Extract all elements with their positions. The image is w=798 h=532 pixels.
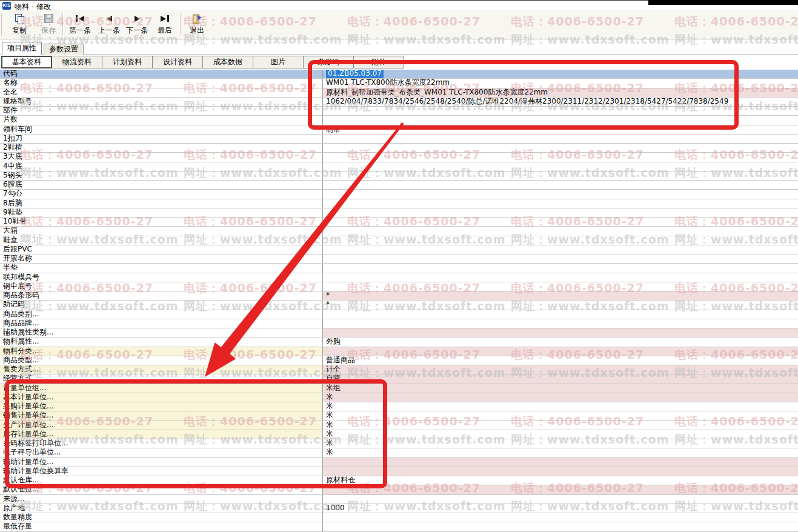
tab-item-properties[interactable]: 项目属性 [2,42,42,55]
subtab-design[interactable]: 设计资料 [152,56,203,68]
row-value[interactable] [323,328,798,337]
previous-record-button[interactable]: 上一条 [95,12,123,37]
row-value[interactable]: 制帮 [323,125,798,134]
row-value[interactable] [323,135,798,143]
row-value[interactable] [323,236,798,245]
row-label: 最低存量 [0,522,323,531]
row-value[interactable]: 1062/004/7833/7834/2546/2548/2540/陈总/诺唯2… [323,98,798,106]
row-value[interactable]: 米组 [323,384,798,393]
grid-row: 后跟PVC [0,245,798,254]
tab-baseline [0,54,798,55]
row-value[interactable]: 外购 [323,337,798,346]
row-label: 商品类别... [0,310,323,319]
row-value[interactable] [323,227,798,235]
copy-button[interactable]: 复制 [5,12,33,37]
row-value[interactable] [323,319,798,328]
row-label: 来源... [0,495,323,504]
grid-row: 领料车间制帮 [0,125,798,135]
grid-row: 10鞋带 [0,218,798,227]
row-label: 半垫 [0,264,323,272]
row-value[interactable] [323,107,798,115]
grid-row: 数量精度 [0,513,798,522]
next-record-button[interactable]: 下一条 [123,12,151,37]
row-value[interactable] [323,485,798,494]
row-value[interactable] [323,245,798,254]
row-value[interactable]: 米 [323,421,798,430]
row-value[interactable]: 自营 [323,374,798,383]
row-value[interactable] [323,162,798,171]
row-label: 助记码 [0,301,323,309]
row-value[interactable] [323,522,798,531]
row-value[interactable] [323,153,798,161]
toolbar: 复制 保存 第一条 上一条 下一条 最后 退出 [0,10,798,39]
subtab-barcode[interactable]: 条形码 [303,56,354,68]
subtab-planning[interactable]: 计划资料 [102,56,153,68]
row-label: 条码标签打印单位... [0,439,323,448]
row-value[interactable]: 米 [323,411,798,420]
row-value[interactable]: 原材料仓 [323,476,798,485]
row-value[interactable] [323,458,798,467]
exit-button[interactable]: 退出 [183,12,211,37]
row-value[interactable] [323,144,798,152]
row-value[interactable] [323,282,798,291]
grid-row: 来源... [0,495,798,504]
row-value[interactable] [323,218,798,226]
subtab-picture[interactable]: 图片 [253,56,304,68]
row-label: 鞋盒 [0,236,323,245]
row-value[interactable] [323,513,798,522]
row-value[interactable] [323,264,798,272]
copy-icon [15,13,24,24]
row-value[interactable] [323,208,798,217]
grid-row: 默认仓库...原材料仓 [0,476,798,485]
row-label: 基本计量单位... [0,393,323,402]
row-value[interactable]: WM01 TLC-TX800防水条宽度22mm [323,79,798,87]
grid-row: 商品类别... [0,310,798,319]
first-record-icon [76,13,84,24]
last-record-button[interactable]: 最后 [151,12,179,37]
row-value[interactable] [323,495,798,504]
grid-row: 库存计量单位...米 [0,430,798,439]
row-value[interactable]: 原材料_制帮加强带类_布条类_WM01 TLC-TX800防水条宽度22mm [323,88,798,97]
row-label: 原产地 [0,504,323,513]
row-value[interactable] [323,254,798,263]
row-value[interactable] [323,171,798,180]
grid-row: 原产地1000 [0,504,798,513]
grid-row: 助记码* [0,301,798,310]
row-value[interactable] [323,347,798,356]
row-label: 大箱 [0,227,323,235]
row-value[interactable]: 计个 [323,365,798,374]
row-value[interactable] [323,273,798,282]
row-value[interactable]: 米 [323,430,798,439]
row-value[interactable]: * [323,301,798,309]
first-record-button[interactable]: 第一条 [66,12,94,37]
subtab-cost[interactable]: 成本数据 [202,56,253,68]
row-label: 代码 [0,70,323,78]
subtab-basic[interactable]: 基本资料 [1,56,52,68]
subtab-attachment[interactable]: 附件 [353,56,404,68]
row-value[interactable]: 01.ZB05.03.07 [323,70,798,78]
row-value[interactable]: 米 [323,439,798,448]
row-label: 商品类型... [0,356,323,365]
row-value[interactable]: 普通商品 [323,356,798,365]
save-button[interactable]: 保存 [35,12,62,37]
row-value[interactable] [323,467,798,476]
row-value[interactable] [323,310,798,319]
row-value[interactable]: * [323,291,798,300]
grid-row: 片数 [0,116,798,125]
row-value[interactable] [323,181,798,189]
row-label: 片数 [0,116,323,124]
row-value[interactable]: 米 [323,448,798,457]
tab-parameter-settings[interactable]: 参数设置 [44,44,84,55]
row-value[interactable] [323,190,798,198]
row-value[interactable]: 1000 [323,504,798,513]
screen-top-black-strip [648,0,798,5]
row-value[interactable]: 米 [323,402,798,411]
row-value[interactable] [323,199,798,208]
row-label: 9鞋垫 [0,208,323,217]
row-value[interactable] [323,116,798,124]
row-value[interactable]: 米 [323,393,798,402]
row-label: 默认仓库... [0,476,323,485]
subtab-logistics[interactable]: 物流资料 [52,56,102,68]
row-label: 10鞋带 [0,218,323,226]
row-label: 默认仓位... [0,485,323,494]
